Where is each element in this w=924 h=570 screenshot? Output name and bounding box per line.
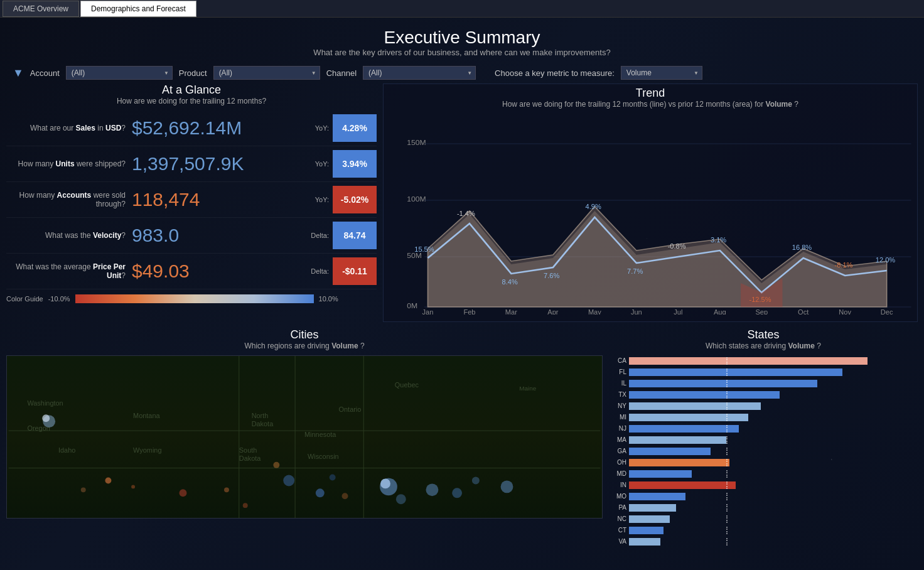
velocity-value: 983.0: [132, 225, 311, 246]
page-subtitle: What are the key drivers of our business…: [0, 48, 924, 57]
main-content: Executive Summary What are the key drive…: [0, 18, 924, 570]
svg-text:4.9%: 4.9%: [586, 203, 601, 210]
state-bar-ca: [629, 357, 868, 365]
state-row-il: IL: [611, 378, 915, 389]
svg-point-67: [243, 503, 248, 508]
svg-point-59: [396, 494, 406, 504]
channel-label: Channel: [326, 68, 357, 78]
svg-text:Jul: Jul: [674, 309, 682, 315]
product-label: Product: [179, 68, 207, 78]
sales-question: What are our Sales in USD?: [6, 124, 132, 132]
color-guide-min: -10.0%: [48, 295, 70, 303]
states-chart: CA FL IL: [609, 355, 918, 547]
svg-text:Dakota: Dakota: [239, 454, 261, 462]
color-guide: Color Guide -10.0% 10.0%: [6, 289, 377, 306]
bottom-section: Cities Which regions are driving Volume …: [0, 328, 924, 547]
tab-acme-overview[interactable]: ACME Overview: [3, 1, 79, 17]
svg-text:Sep: Sep: [755, 309, 768, 315]
trend-panel: Trend How are we doing for the trailing …: [383, 83, 918, 322]
state-row-ga: GA: [611, 446, 915, 456]
state-row-tx: TX: [611, 389, 915, 400]
account-filter-wrapper: (All): [66, 66, 173, 80]
metric-filter-wrapper: Volume: [621, 66, 702, 80]
page-header: Executive Summary What are the key drive…: [0, 18, 924, 62]
sales-value: $52,692.14M: [132, 117, 315, 139]
price-delta-label: Delta:: [311, 267, 329, 275]
svg-text:Nov: Nov: [839, 309, 851, 315]
state-label-oh: OH: [611, 459, 629, 466]
svg-text:8.4%: 8.4%: [502, 279, 518, 286]
svg-text:7.7%: 7.7%: [627, 268, 643, 275]
color-guide-max: 10.0%: [319, 295, 338, 303]
metric-row-price: What was the average Price Per Unit? $49…: [6, 254, 377, 289]
state-label-ca: CA: [611, 357, 629, 364]
state-label-ny: NY: [611, 402, 629, 409]
state-bar-container-il: [629, 380, 915, 387]
color-guide-label: Color Guide: [6, 295, 43, 303]
svg-text:Apr: Apr: [547, 309, 559, 315]
velocity-delta-label: Delta:: [311, 232, 329, 239]
product-select[interactable]: (All): [213, 66, 320, 80]
svg-point-55: [426, 483, 439, 496]
channel-select[interactable]: (All): [363, 66, 476, 80]
svg-point-56: [452, 488, 462, 498]
tab-demographics-forecast[interactable]: Demographics and Forecast: [80, 1, 196, 17]
state-label-il: IL: [611, 380, 629, 387]
dotted-line-ct: [726, 527, 728, 534]
color-bar: [75, 294, 314, 303]
state-bar-ga: [629, 448, 711, 455]
metric-row-units: How many Units were shipped? 1,397,507.9…: [6, 146, 377, 182]
units-question: How many Units were shipped?: [6, 159, 132, 168]
svg-text:May: May: [588, 309, 602, 315]
svg-point-64: [180, 489, 187, 497]
svg-point-65: [224, 487, 229, 492]
state-row-va: VA: [611, 536, 915, 547]
accounts-question: How many Accounts were sold through?: [6, 191, 132, 208]
state-bar-md: [629, 470, 692, 478]
state-bar-in: [629, 481, 736, 489]
state-row-oh: OH: [611, 457, 915, 468]
state-bar-container-md: [629, 470, 915, 478]
states-title: States: [609, 328, 918, 341]
state-bar-ma: [629, 436, 726, 444]
units-value: 1,397,507.9K: [132, 153, 315, 175]
metric-row-accounts: How many Accounts were sold through? 118…: [6, 182, 377, 218]
state-bar-il: [629, 380, 817, 387]
svg-text:-0.8%: -0.8%: [668, 243, 686, 250]
state-label-ma: MA: [611, 436, 629, 443]
account-select[interactable]: (All): [66, 66, 173, 80]
state-bar-ny: [629, 402, 761, 410]
state-label-nc: NC: [611, 515, 629, 522]
state-row-in: IN: [611, 480, 915, 490]
svg-point-57: [472, 477, 480, 485]
velocity-badge: 84.74: [333, 222, 377, 249]
state-label-nj: NJ: [611, 425, 629, 432]
svg-text:Washington: Washington: [27, 399, 63, 407]
dotted-line-ga: [726, 448, 728, 455]
dotted-line-mo: [726, 493, 728, 500]
dotted-line-ma: [726, 436, 728, 444]
svg-text:7.6%: 7.6%: [544, 272, 559, 279]
metric-row-velocity: What was the Velocity? 983.0 Delta: 84.7…: [6, 218, 377, 254]
state-bar-container-pa: [629, 504, 915, 512]
units-yoy-label: YoY:: [315, 160, 329, 168]
state-bar-mo: [629, 493, 685, 500]
state-bar-container-fl: [629, 368, 915, 376]
state-label-ga: GA: [611, 448, 629, 454]
account-label: Account: [30, 68, 60, 78]
state-bar-container-nc: [629, 515, 915, 523]
state-label-tx: TX: [611, 391, 629, 398]
svg-text:Mar: Mar: [505, 309, 518, 315]
product-filter-wrapper: (All): [213, 66, 320, 80]
metric-row-sales: What are our Sales in USD? $52,692.14M Y…: [6, 110, 377, 146]
svg-text:Ontario: Ontario: [339, 406, 362, 413]
price-value: $49.03: [132, 261, 311, 282]
state-bar-va: [629, 538, 660, 546]
tab-bar: ACME Overview Demographics and Forecast: [0, 0, 924, 18]
state-row-mo: MO: [611, 491, 915, 502]
metric-select[interactable]: Volume: [621, 66, 702, 80]
svg-text:South: South: [239, 446, 257, 454]
state-label-fl: FL: [611, 368, 629, 375]
cities-subtitle: Which regions are driving Volume ?: [6, 341, 603, 350]
state-label-ct: CT: [611, 527, 629, 534]
